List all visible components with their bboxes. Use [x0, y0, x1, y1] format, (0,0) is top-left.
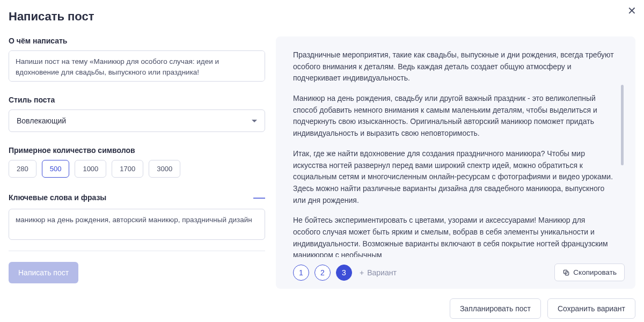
- divider: [9, 251, 265, 251]
- preview-paragraph: Праздничные мероприятия, такие как свадь…: [293, 49, 614, 84]
- add-variant-label: Вариант: [367, 268, 397, 277]
- page-title: Написать пост: [9, 10, 265, 24]
- keywords-input[interactable]: [9, 209, 265, 240]
- close-icon: ✕: [627, 5, 636, 17]
- topic-input[interactable]: [9, 50, 265, 82]
- length-options: 280 500 1000 1700 3000: [9, 160, 265, 178]
- length-chip-1000[interactable]: 1000: [75, 160, 106, 178]
- style-selected-value: Вовлекающий: [17, 116, 66, 125]
- copy-label: Скопировать: [573, 268, 617, 276]
- variant-2[interactable]: 2: [314, 265, 331, 281]
- footer-actions: Запланировать пост Сохранить вариант: [276, 298, 635, 322]
- plus-icon: +: [360, 268, 364, 277]
- style-label: Стиль поста: [9, 96, 265, 104]
- length-chip-500[interactable]: 500: [42, 160, 70, 178]
- copy-button[interactable]: Скопировать: [554, 264, 625, 281]
- preview-panel: Праздничные мероприятия, такие как свадь…: [276, 36, 635, 322]
- variant-row: 1 2 3 + Вариант Скопировать: [293, 257, 625, 281]
- keywords-label: Ключевые слова и фразы —: [9, 192, 265, 203]
- copy-icon: [562, 269, 570, 276]
- topic-label: О чём написать: [9, 36, 265, 45]
- style-dropdown[interactable]: Вовлекающий: [9, 109, 265, 132]
- preview-text: Праздничные мероприятия, такие как свадь…: [293, 49, 614, 257]
- main-container: Написать пост О чём написать Стиль поста…: [0, 0, 644, 322]
- preview-paragraph: Не бойтесь экспериментировать с цветами,…: [293, 215, 614, 257]
- chevron-down-icon: [252, 120, 257, 122]
- preview-paragraph: Итак, где же найти вдохновение для созда…: [293, 148, 614, 206]
- close-button[interactable]: ✕: [627, 5, 636, 16]
- keywords-label-text: Ключевые слова и фразы: [9, 193, 106, 202]
- length-chip-280[interactable]: 280: [9, 160, 36, 178]
- form-panel: Написать пост О чём написать Стиль поста…: [9, 10, 265, 322]
- preview-paragraph: Маникюр на день рождения, свадьбу или др…: [293, 93, 614, 140]
- preview-scroll[interactable]: Праздничные мероприятия, такие как свадь…: [293, 49, 625, 257]
- save-variant-button[interactable]: Сохранить вариант: [547, 298, 635, 319]
- variant-3[interactable]: 3: [336, 265, 352, 281]
- add-variant-button[interactable]: + Вариант: [360, 268, 397, 277]
- scrollbar-thumb[interactable]: [621, 85, 624, 165]
- length-chip-1700[interactable]: 1700: [112, 160, 143, 178]
- generate-button[interactable]: Написать пост: [9, 262, 78, 283]
- length-label: Примерное количество символов: [9, 146, 265, 155]
- collapse-keywords-button[interactable]: —: [253, 192, 265, 203]
- schedule-button[interactable]: Запланировать пост: [450, 298, 541, 319]
- length-chip-3000[interactable]: 3000: [149, 160, 180, 178]
- preview-card: Праздничные мероприятия, такие как свадь…: [276, 36, 635, 289]
- variant-1[interactable]: 1: [293, 265, 309, 281]
